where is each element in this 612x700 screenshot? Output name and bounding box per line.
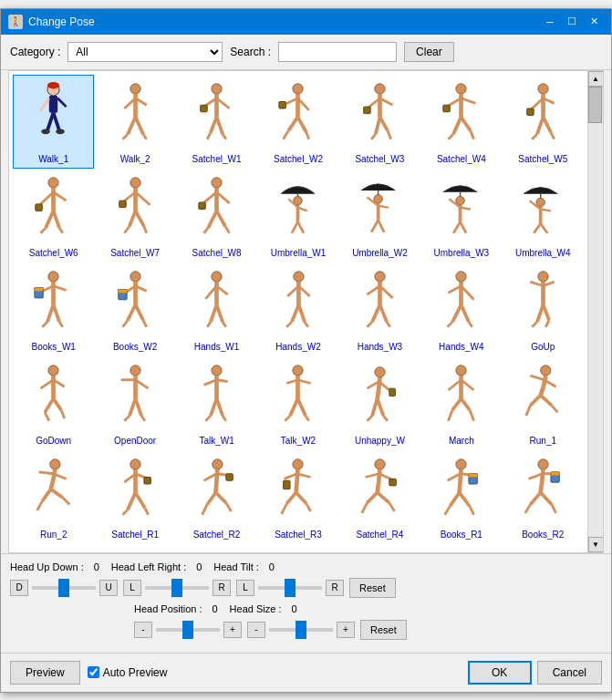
scroll-thumb[interactable]: [588, 87, 602, 123]
pose-item-partial7[interactable]: [503, 544, 584, 553]
scroll-track[interactable]: [588, 87, 604, 537]
svg-line-4: [54, 113, 60, 131]
pose-item-satchel-w5[interactable]: Satchel_W5: [503, 75, 584, 169]
head-lr-l-button[interactable]: L: [123, 580, 141, 596]
svg-line-160: [387, 322, 390, 327]
minimize-button[interactable]: ─: [540, 14, 560, 30]
svg-line-247: [144, 508, 148, 515]
pose-item-partial6[interactable]: [420, 544, 502, 553]
svg-line-24: [207, 132, 211, 139]
ok-button[interactable]: OK: [468, 661, 532, 685]
auto-preview-checkbox[interactable]: [88, 666, 99, 678]
svg-line-167: [448, 322, 453, 327]
head-size-plus-button[interactable]: +: [337, 622, 355, 638]
head-tilt-group: Head Tilt : 0: [213, 561, 281, 572]
pose-item-partial5[interactable]: [339, 544, 420, 553]
reset-button-1[interactable]: Reset: [349, 578, 396, 598]
pose-item-satchel-w8[interactable]: Satchel_W8: [176, 169, 257, 262]
cancel-button[interactable]: Cancel: [537, 661, 602, 685]
pose-item-satchel-w6[interactable]: Satchel_W6: [13, 169, 94, 262]
head-lr-r-button[interactable]: R: [213, 580, 231, 596]
pose-item-satchel-r1[interactable]: Satchel_R1: [94, 450, 175, 544]
pose-item-satchel-w3[interactable]: Satchel_W3: [339, 75, 420, 169]
maximize-button[interactable]: ☐: [562, 14, 582, 30]
pose-item-talk-w1[interactable]: Talk_W1: [176, 356, 257, 450]
category-select[interactable]: All: [67, 42, 223, 62]
svg-line-60: [532, 134, 537, 139]
head-ud-d-button[interactable]: D: [10, 580, 28, 596]
close-button[interactable]: ✕: [584, 14, 604, 30]
preview-button[interactable]: Preview: [10, 661, 80, 685]
head-size-slider[interactable]: [269, 628, 333, 632]
scroll-down-button[interactable]: ▼: [588, 537, 604, 552]
pose-label-books-w2: Books_W2: [113, 342, 157, 352]
pose-item-satchel-w4[interactable]: Satchel_W4: [420, 75, 502, 169]
head-pos-plus-button[interactable]: +: [223, 622, 242, 638]
pose-item-satchel-r2[interactable]: Satchel_R2: [176, 450, 257, 544]
head-ud-u-button[interactable]: U: [99, 580, 118, 596]
auto-preview-checkbox-label[interactable]: Auto Preview: [88, 666, 168, 679]
pose-label-hands-w2: Hands_W2: [275, 342, 320, 352]
reset-button-2[interactable]: Reset: [360, 620, 407, 640]
pose-item-godown[interactable]: GoDown: [13, 356, 94, 450]
pose-item-run2[interactable]: Run_2: [13, 450, 94, 544]
svg-line-224: [470, 410, 474, 421]
svg-line-222: [462, 398, 470, 409]
pose-item-opendoor[interactable]: OpenDoor: [94, 356, 175, 450]
pose-item-partial2[interactable]: [94, 544, 175, 553]
pose-label-talk-w2: Talk_W2: [281, 436, 316, 446]
head-tilt-r-button[interactable]: R: [326, 580, 344, 596]
pose-item-satchel-w7[interactable]: Satchel_W7: [94, 169, 175, 262]
pose-item-umbrella-w1[interactable]: Umbrella_W1: [257, 169, 338, 262]
pose-item-march[interactable]: March: [420, 356, 502, 450]
pose-item-partial4[interactable]: [257, 544, 338, 553]
pose-item-run1[interactable]: Run_1: [503, 356, 584, 450]
svg-line-108: [453, 222, 461, 233]
head-ud-slider[interactable]: [32, 586, 96, 590]
pose-item-hands-w4[interactable]: Hands_W4: [420, 262, 502, 356]
search-input[interactable]: [278, 42, 397, 62]
head-tilt-l-button[interactable]: L: [236, 580, 254, 596]
pose-item-talk-w2[interactable]: Talk_W2: [257, 356, 338, 450]
pose-item-books-w2[interactable]: Books_W2: [94, 262, 175, 356]
head-pos-minus-button[interactable]: -: [134, 622, 152, 638]
pose-item-satchel-w1[interactable]: Satchel_W1: [176, 75, 257, 169]
pose-item-umbrella-w4[interactable]: Umbrella_W4: [503, 169, 584, 262]
pose-item-books-r2[interactable]: Books_R2: [503, 450, 584, 544]
pose-figure-godown: [21, 361, 87, 434]
scroll-up-button[interactable]: ▲: [588, 71, 604, 87]
pose-item-walk2[interactable]: Walk_2: [94, 75, 175, 169]
head-pos-slider[interactable]: [156, 628, 220, 632]
svg-point-281: [538, 459, 548, 469]
pose-item-umbrella-w3[interactable]: Umbrella_W3: [420, 169, 502, 262]
pose-item-satchel-w2[interactable]: Satchel_W2: [257, 75, 338, 169]
pose-item-walk1[interactable]: Walk_1: [13, 75, 94, 169]
svg-rect-285: [551, 472, 559, 476]
head-size-minus-button[interactable]: -: [247, 622, 265, 638]
svg-point-17: [212, 84, 222, 94]
pose-item-satchel-r3[interactable]: Satchel_R3: [257, 450, 338, 544]
pose-item-hands-w2[interactable]: Hands_W2: [257, 262, 338, 356]
clear-button[interactable]: Clear: [404, 42, 454, 62]
pose-item-books-w1[interactable]: Books_W1: [13, 262, 94, 356]
pose-item-partial1[interactable]: [13, 544, 94, 553]
pose-item-books-r1[interactable]: Books_R1: [420, 450, 502, 544]
pose-figure-hands-w3: [347, 267, 412, 340]
pose-item-satchel-r4[interactable]: Satchel_R4: [339, 450, 420, 544]
svg-point-256: [293, 459, 303, 469]
pose-item-hands-w1[interactable]: Hands_W1: [176, 262, 257, 356]
pose-figure-hands-w2: [265, 267, 331, 340]
pose-item-umbrella-w2[interactable]: Umbrella_W2: [339, 169, 420, 262]
svg-line-182: [54, 398, 61, 409]
pose-item-hands-w3[interactable]: Hands_W3: [339, 262, 420, 356]
svg-point-153: [375, 272, 385, 282]
pose-figure-umbrella-w4: [510, 173, 576, 246]
head-lr-slider[interactable]: [145, 586, 209, 590]
title-buttons: ─ ☐ ✕: [540, 14, 604, 30]
pose-item-partial3[interactable]: [176, 544, 257, 553]
pose-item-unhappy-w[interactable]: Unhappy_W: [339, 356, 420, 450]
pose-item-goup[interactable]: GoUp: [503, 262, 584, 356]
head-tilt-slider[interactable]: [258, 586, 322, 590]
svg-line-263: [306, 504, 311, 511]
svg-line-223: [449, 410, 453, 421]
